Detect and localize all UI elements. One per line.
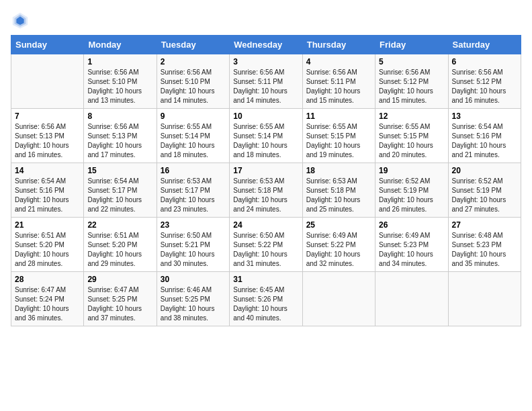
header-friday: Friday	[375, 36, 448, 54]
day-cell: 1Sunrise: 6:56 AMSunset: 5:10 PMDaylight…	[84, 54, 157, 109]
day-cell: 21Sunrise: 6:51 AMSunset: 5:20 PMDayligh…	[11, 218, 84, 272]
day-info: Sunrise: 6:52 AMSunset: 5:19 PMDaylight:…	[379, 177, 444, 214]
day-cell: 5Sunrise: 6:56 AMSunset: 5:12 PMDaylight…	[375, 54, 448, 109]
day-number: 13	[452, 111, 517, 121]
day-number: 5	[379, 57, 444, 66]
day-info: Sunrise: 6:47 AMSunset: 5:24 PMDaylight:…	[15, 285, 80, 323]
day-number: 20	[452, 166, 517, 175]
day-info: Sunrise: 6:52 AMSunset: 5:19 PMDaylight:…	[452, 177, 517, 214]
day-info: Sunrise: 6:51 AMSunset: 5:20 PMDaylight:…	[15, 231, 80, 269]
header-saturday: Saturday	[448, 36, 521, 54]
header-sunday: Sunday	[11, 36, 84, 54]
day-info: Sunrise: 6:45 AMSunset: 5:26 PMDaylight:…	[233, 285, 298, 323]
day-info: Sunrise: 6:46 AMSunset: 5:25 PMDaylight:…	[161, 285, 226, 323]
day-number: 24	[233, 220, 298, 230]
day-number: 21	[15, 220, 80, 230]
day-info: Sunrise: 6:56 AMSunset: 5:12 PMDaylight:…	[452, 68, 517, 105]
day-cell: 12Sunrise: 6:55 AMSunset: 5:15 PMDayligh…	[375, 109, 448, 163]
day-number: 19	[379, 166, 444, 175]
day-number: 11	[306, 111, 371, 121]
day-number: 25	[306, 220, 371, 230]
day-info: Sunrise: 6:56 AMSunset: 5:11 PMDaylight:…	[233, 68, 298, 105]
day-cell: 28Sunrise: 6:47 AMSunset: 5:24 PMDayligh…	[11, 272, 84, 326]
day-number: 23	[161, 220, 226, 230]
day-cell: 2Sunrise: 6:56 AMSunset: 5:10 PMDaylight…	[157, 54, 229, 109]
day-cell	[375, 272, 448, 326]
day-cell: 19Sunrise: 6:52 AMSunset: 5:19 PMDayligh…	[375, 163, 448, 218]
day-number: 22	[87, 220, 152, 230]
day-number: 30	[161, 275, 226, 284]
day-info: Sunrise: 6:56 AMSunset: 5:12 PMDaylight:…	[379, 68, 444, 105]
day-cell: 20Sunrise: 6:52 AMSunset: 5:19 PMDayligh…	[448, 163, 521, 218]
day-cell: 17Sunrise: 6:53 AMSunset: 5:18 PMDayligh…	[230, 163, 302, 218]
day-info: Sunrise: 6:49 AMSunset: 5:22 PMDaylight:…	[306, 231, 371, 269]
day-cell: 27Sunrise: 6:48 AMSunset: 5:23 PMDayligh…	[448, 218, 521, 272]
day-info: Sunrise: 6:54 AMSunset: 5:17 PMDaylight:…	[87, 177, 152, 214]
day-cell: 16Sunrise: 6:53 AMSunset: 5:17 PMDayligh…	[157, 163, 229, 218]
day-info: Sunrise: 6:53 AMSunset: 5:17 PMDaylight:…	[161, 177, 226, 214]
day-number: 31	[233, 275, 298, 284]
day-cell: 10Sunrise: 6:55 AMSunset: 5:14 PMDayligh…	[230, 109, 302, 163]
week-row-1: 1Sunrise: 6:56 AMSunset: 5:10 PMDaylight…	[11, 54, 521, 109]
day-cell: 22Sunrise: 6:51 AMSunset: 5:20 PMDayligh…	[84, 218, 157, 272]
day-number: 4	[306, 57, 371, 66]
day-cell: 8Sunrise: 6:56 AMSunset: 5:13 PMDaylight…	[84, 109, 157, 163]
day-number: 3	[233, 57, 298, 66]
day-info: Sunrise: 6:56 AMSunset: 5:10 PMDaylight:…	[161, 68, 226, 105]
header-row: SundayMondayTuesdayWednesdayThursdayFrid…	[11, 36, 521, 54]
day-cell	[11, 54, 84, 109]
day-cell: 15Sunrise: 6:54 AMSunset: 5:17 PMDayligh…	[84, 163, 157, 218]
logo	[11, 11, 32, 30]
day-number: 1	[87, 57, 152, 66]
day-number: 16	[161, 166, 226, 175]
day-cell: 26Sunrise: 6:49 AMSunset: 5:23 PMDayligh…	[375, 218, 448, 272]
day-number: 2	[161, 57, 226, 66]
calendar-table: SundayMondayTuesdayWednesdayThursdayFrid…	[11, 35, 521, 326]
day-info: Sunrise: 6:54 AMSunset: 5:16 PMDaylight:…	[15, 177, 80, 214]
day-cell: 18Sunrise: 6:53 AMSunset: 5:18 PMDayligh…	[302, 163, 375, 218]
day-cell: 14Sunrise: 6:54 AMSunset: 5:16 PMDayligh…	[11, 163, 84, 218]
day-number: 29	[87, 275, 152, 284]
header-monday: Monday	[84, 36, 157, 54]
day-number: 26	[379, 220, 444, 230]
logo-icon	[11, 11, 30, 30]
day-info: Sunrise: 6:56 AMSunset: 5:10 PMDaylight:…	[87, 68, 152, 105]
day-cell	[302, 272, 375, 326]
day-cell: 6Sunrise: 6:56 AMSunset: 5:12 PMDaylight…	[448, 54, 521, 109]
day-info: Sunrise: 6:50 AMSunset: 5:21 PMDaylight:…	[161, 231, 226, 269]
day-info: Sunrise: 6:55 AMSunset: 5:15 PMDaylight:…	[306, 122, 371, 160]
day-info: Sunrise: 6:54 AMSunset: 5:16 PMDaylight:…	[452, 122, 517, 160]
day-number: 28	[15, 275, 80, 284]
day-cell: 3Sunrise: 6:56 AMSunset: 5:11 PMDaylight…	[230, 54, 302, 109]
day-number: 18	[306, 166, 371, 175]
day-number: 6	[452, 57, 517, 66]
day-info: Sunrise: 6:55 AMSunset: 5:15 PMDaylight:…	[379, 122, 444, 160]
day-cell: 24Sunrise: 6:50 AMSunset: 5:22 PMDayligh…	[230, 218, 302, 272]
week-row-3: 14Sunrise: 6:54 AMSunset: 5:16 PMDayligh…	[11, 163, 521, 218]
day-number: 14	[15, 166, 80, 175]
week-row-4: 21Sunrise: 6:51 AMSunset: 5:20 PMDayligh…	[11, 218, 521, 272]
day-cell: 31Sunrise: 6:45 AMSunset: 5:26 PMDayligh…	[230, 272, 302, 326]
day-number: 8	[87, 111, 152, 121]
day-cell	[448, 272, 521, 326]
week-row-2: 7Sunrise: 6:56 AMSunset: 5:13 PMDaylight…	[11, 109, 521, 163]
day-info: Sunrise: 6:53 AMSunset: 5:18 PMDaylight:…	[306, 177, 371, 214]
page-header	[11, 11, 521, 30]
day-cell: 29Sunrise: 6:47 AMSunset: 5:25 PMDayligh…	[84, 272, 157, 326]
day-cell: 13Sunrise: 6:54 AMSunset: 5:16 PMDayligh…	[448, 109, 521, 163]
day-info: Sunrise: 6:55 AMSunset: 5:14 PMDaylight:…	[161, 122, 226, 160]
day-info: Sunrise: 6:56 AMSunset: 5:13 PMDaylight:…	[15, 122, 80, 160]
header-tuesday: Tuesday	[157, 36, 229, 54]
day-info: Sunrise: 6:47 AMSunset: 5:25 PMDaylight:…	[87, 285, 152, 323]
day-number: 12	[379, 111, 444, 121]
day-info: Sunrise: 6:48 AMSunset: 5:23 PMDaylight:…	[452, 231, 517, 269]
day-number: 15	[87, 166, 152, 175]
day-info: Sunrise: 6:53 AMSunset: 5:18 PMDaylight:…	[233, 177, 298, 214]
day-cell: 11Sunrise: 6:55 AMSunset: 5:15 PMDayligh…	[302, 109, 375, 163]
day-number: 17	[233, 166, 298, 175]
day-info: Sunrise: 6:55 AMSunset: 5:14 PMDaylight:…	[233, 122, 298, 160]
day-info: Sunrise: 6:51 AMSunset: 5:20 PMDaylight:…	[87, 231, 152, 269]
day-cell: 4Sunrise: 6:56 AMSunset: 5:11 PMDaylight…	[302, 54, 375, 109]
day-number: 27	[452, 220, 517, 230]
day-cell: 9Sunrise: 6:55 AMSunset: 5:14 PMDaylight…	[157, 109, 229, 163]
